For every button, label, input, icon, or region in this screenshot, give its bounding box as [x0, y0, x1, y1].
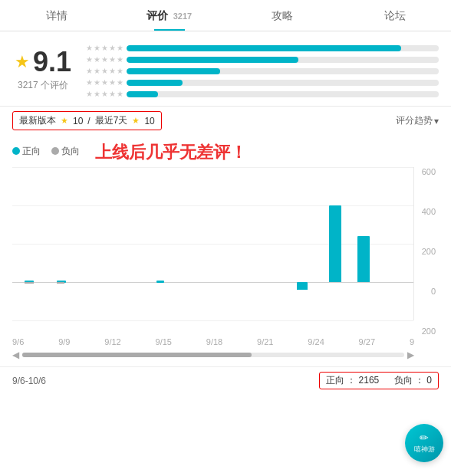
bar-track-4	[127, 57, 439, 63]
y-label-n200: 200	[417, 327, 436, 336]
filter-version[interactable]: 最新版本 ★ 10 / 最近7天 ★ 10	[12, 111, 162, 130]
star-icon: ★	[86, 67, 93, 75]
legend-positive: 正向	[12, 145, 41, 158]
filter-recent-label: 最近7天	[95, 114, 128, 127]
chart-title: 上线后几乎无差评！	[95, 141, 247, 164]
x-label-921: 9/21	[257, 337, 273, 346]
bar-row-3: ★ ★ ★ ★ ★	[86, 67, 439, 75]
grid-line-bottom	[12, 320, 413, 321]
float-button[interactable]: ✏ 嘻神游	[405, 424, 443, 462]
bottom-bar: 9/6-10/6 正向 ： 2165 负向 ： 0	[0, 366, 451, 394]
stat-badge: 正向 ： 2165 负向 ： 0	[319, 372, 439, 389]
filter-version-label: 最新版本	[19, 114, 56, 127]
neg-dash-1	[25, 282, 34, 284]
rating-section: ★ 9.1 3217 个评价 ★ ★ ★ ★ ★ ★ ★ ★ ★	[0, 31, 451, 106]
star-icon: ★	[109, 44, 116, 52]
legend-positive-dot	[12, 147, 20, 155]
zero-line	[12, 282, 413, 283]
star-icon: ★	[117, 55, 123, 64]
x-axis: 9/6 9/9 9/12 9/15 9/18 9/21 9/24 9/27 9	[12, 336, 414, 346]
filter-row: 最新版本 ★ 10 / 最近7天 ★ 10 评分趋势 ▾	[0, 106, 451, 135]
x-label-915: 9/15	[156, 337, 172, 346]
scroll-thumb[interactable]	[22, 353, 252, 357]
x-label-end: 9	[410, 337, 414, 346]
chart-dash-3	[156, 281, 164, 283]
chart-legend: 正向 负向	[12, 145, 80, 158]
grid-line-25	[12, 205, 413, 206]
tab-forum[interactable]: 论坛	[338, 0, 451, 31]
legend-negative: 负向	[51, 145, 80, 158]
x-label-99: 9/9	[58, 337, 70, 346]
chart-bar-main	[329, 205, 341, 282]
bar-fill-5	[127, 45, 401, 51]
filter-star1-icon: ★	[61, 116, 68, 126]
date-range: 9/6-10/6	[12, 376, 46, 386]
scroll-left-icon[interactable]: ◀	[12, 350, 19, 360]
bar-row-2: ★ ★ ★ ★ ★	[86, 78, 439, 87]
bar-row-1: ★ ★ ★ ★ ★	[86, 90, 439, 98]
positive-label: 正向	[326, 375, 344, 386]
bar-fill-1	[127, 91, 158, 97]
bar-stars-3: ★ ★ ★ ★ ★	[86, 67, 123, 75]
bar-stars-1: ★ ★ ★ ★ ★	[86, 90, 123, 98]
star-icon: ★	[117, 78, 123, 87]
scroll-track[interactable]	[22, 353, 404, 357]
bar-fill-4	[127, 57, 298, 63]
star-icon: ★	[117, 90, 123, 98]
bar-fill-2	[127, 80, 183, 86]
chart-container: 600 400 200 0 200	[12, 167, 439, 366]
filter-star1-count: 10	[73, 116, 83, 126]
star-icon: ★	[101, 90, 108, 98]
tab-strategy[interactable]: 攻略	[226, 0, 338, 31]
y-axis: 600 400 200 0 200	[414, 167, 439, 336]
filter-star2-count: 10	[144, 116, 154, 126]
star-icon: ★	[94, 55, 100, 64]
star-icon: ★	[101, 44, 108, 52]
scroll-right-icon[interactable]: ▶	[407, 350, 414, 360]
y-label-600: 600	[417, 167, 436, 176]
chart-bar-small	[297, 282, 308, 290]
bar-stars-5: ★ ★ ★ ★ ★	[86, 44, 123, 52]
bar-track-2	[127, 80, 439, 86]
negative-separator: ：	[415, 375, 424, 386]
star-icon: ★	[117, 67, 123, 75]
tab-detail[interactable]: 详情	[0, 0, 113, 31]
bar-stars-4: ★ ★ ★ ★ ★	[86, 55, 123, 64]
star-icon: ★	[109, 67, 116, 75]
grid-line-top	[12, 167, 413, 168]
positive-count: 2165	[359, 375, 380, 386]
bar-stars-2: ★ ★ ★ ★ ★	[86, 78, 123, 87]
star-icon: ★	[94, 78, 100, 87]
star-icon: ★	[94, 67, 100, 75]
trend-button[interactable]: 评分趋势 ▾	[396, 114, 439, 127]
tab-bar: 详情 评价 3217 攻略 论坛	[0, 0, 451, 31]
bar-track-5	[127, 45, 439, 51]
y-label-200: 200	[417, 247, 436, 256]
bar-fill-3	[127, 68, 220, 74]
rating-left: ★ 9.1 3217 个评价	[12, 48, 74, 92]
rating-count: 3217 个评价	[18, 79, 68, 92]
x-label-918: 9/18	[206, 337, 222, 346]
star-icon: ★	[109, 78, 116, 87]
grid-line-50	[12, 244, 413, 245]
neg-dash-2	[57, 282, 64, 284]
review-badge: 3217	[173, 11, 192, 21]
x-label-927: 9/27	[359, 337, 375, 346]
star-icon: ★	[109, 55, 116, 64]
star-icon: ★	[109, 90, 116, 98]
y-label-0: 0	[417, 287, 436, 296]
star-icon: ★	[101, 67, 108, 75]
x-label-912: 9/12	[104, 337, 120, 346]
tab-review[interactable]: 评价 3217	[113, 0, 226, 31]
bar-row-4: ★ ★ ★ ★ ★	[86, 55, 439, 64]
y-label-400: 400	[417, 207, 436, 216]
star-icon: ★	[94, 90, 100, 98]
star-icon: ★	[86, 55, 93, 64]
legend-negative-dot	[51, 147, 59, 155]
star-icon: ★	[86, 78, 93, 87]
star-icon: ★	[117, 44, 123, 52]
filter-separator: /	[87, 116, 90, 126]
chart-plot	[12, 167, 414, 320]
chart-scrollbar[interactable]: ◀ ▶	[12, 350, 414, 360]
legend-negative-label: 负向	[61, 145, 80, 158]
